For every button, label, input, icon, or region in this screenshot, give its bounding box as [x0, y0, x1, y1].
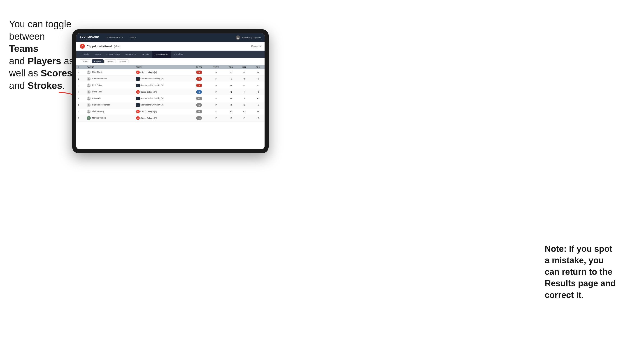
- cell-rank: 2: [76, 76, 85, 82]
- cell-player: Chris Robertson: [85, 76, 134, 82]
- cell-player: Blair McHarg: [85, 108, 134, 115]
- team-logo: ■: [136, 103, 140, 107]
- sub-tab-teams[interactable]: Teams: [80, 59, 91, 63]
- cell-thru: F: [208, 89, 224, 95]
- cell-team: C Clippd College [A]: [134, 69, 190, 76]
- team-logo: ■: [136, 84, 140, 87]
- tab-tee-groups[interactable]: Tee Groups: [122, 51, 139, 58]
- tab-leaderboards[interactable]: Leaderboards: [152, 51, 171, 58]
- nav-tournaments[interactable]: TOURNAMENTS: [104, 33, 126, 42]
- cell-total: -4: [190, 76, 208, 82]
- score-badge: +1: [196, 97, 202, 100]
- cell-rd1: +2: [224, 108, 238, 115]
- cell-team: C Clippd College [A]: [134, 115, 190, 122]
- header-user-text: Test User |: [242, 36, 252, 39]
- cell-rd1: +5: [224, 102, 238, 108]
- cell-total: E: [190, 89, 208, 95]
- cell-rd2: -2: [238, 82, 251, 89]
- cell-total: +6: [190, 102, 208, 108]
- cell-rank: 5: [76, 95, 85, 102]
- table-row: 1Elliot EbertC Clippd College [A]-8F+3-6…: [76, 69, 264, 76]
- cell-total: +11: [190, 115, 208, 122]
- tab-teams[interactable]: Teams: [92, 51, 104, 58]
- score-badge: -2: [196, 84, 202, 87]
- cell-rd2: -4: [238, 89, 251, 95]
- table-row: 2Chris Robertson■ Scoreboard University …: [76, 76, 264, 82]
- team-logo: C: [136, 116, 140, 120]
- cell-rd1: +3: [224, 69, 238, 76]
- right-annotation: Note: If you spot a mistake, you can ret…: [545, 243, 630, 301]
- cell-player: Elliot Ebert: [85, 69, 134, 76]
- cell-team: ■ Scoreboard University [A]: [134, 95, 190, 102]
- sub-tabs: Teams Players Scores Strokes: [76, 58, 264, 65]
- player-avatar: [87, 83, 91, 87]
- table-row: 6Cameron Robertson■ Scoreboard Universit…: [76, 102, 264, 108]
- user-avatar: [236, 35, 240, 40]
- tab-course-setup[interactable]: Course Setup: [104, 51, 122, 58]
- cell-team: C Clippd College [A]: [134, 89, 190, 95]
- score-badge: -4: [196, 77, 202, 81]
- cell-rd1: +1: [224, 95, 238, 102]
- player-avatar: [87, 70, 91, 74]
- sub-tab-players[interactable]: Players: [92, 59, 104, 63]
- cell-rd2: +5: [238, 76, 251, 82]
- col-rd1: RD1: [224, 65, 238, 69]
- tab-printables[interactable]: Printables: [171, 51, 186, 58]
- cell-rd2: +7: [238, 115, 251, 122]
- nav-teams[interactable]: TEAMS: [126, 33, 139, 42]
- table-row: 7Blair McHargC Clippd College [A]+8F+2+1…: [76, 108, 264, 115]
- score-badge: +8: [196, 110, 202, 113]
- cell-player: Marcus Turners: [85, 115, 134, 122]
- team-logo: C: [136, 110, 140, 113]
- sub-tab-scores[interactable]: Scores: [104, 59, 116, 63]
- tournament-header: C Clippd Invitational (Men) Cancel ✕: [76, 42, 264, 51]
- cell-thru: F: [208, 108, 224, 115]
- cell-team: C Clippd College [A]: [134, 108, 190, 115]
- cell-total: -8: [190, 69, 208, 76]
- scoreboard-logo: SCOREBOARD Powered by clippd: [80, 36, 99, 40]
- logo-sub: Powered by clippd: [80, 38, 99, 40]
- tournament-gender: (Men): [114, 45, 120, 48]
- cell-total: -2: [190, 82, 208, 89]
- team-logo: C: [136, 90, 140, 94]
- tab-details[interactable]: Details: [80, 51, 92, 58]
- sub-tab-strokes[interactable]: Strokes: [117, 59, 129, 63]
- logo-title: SCOREBOARD: [80, 36, 99, 38]
- col-thru: THRU: [208, 65, 224, 69]
- cell-rank: 8: [76, 115, 85, 122]
- cancel-icon: ✕: [259, 45, 261, 48]
- cell-rd2: +2: [238, 102, 251, 108]
- table-row: 3Rich Butler■ Scoreboard University [A]-…: [76, 82, 264, 89]
- score-badge: +6: [196, 103, 202, 107]
- cell-rank: 1: [76, 69, 85, 76]
- col-rd2: RD2: [238, 65, 251, 69]
- tournament-name: Clippd Invitational: [87, 45, 112, 48]
- sign-out-link[interactable]: Sign out: [254, 36, 261, 39]
- team-logo: ■: [136, 97, 140, 100]
- cell-total: +8: [190, 108, 208, 115]
- cell-thru: F: [208, 102, 224, 108]
- player-avatar: [87, 90, 91, 94]
- cancel-button[interactable]: Cancel ✕: [251, 45, 261, 48]
- table-header-row: # PLAYER TEAM TOTAL THRU RD1 RD2 RD3: [76, 65, 264, 69]
- table-row: 5Rees Britt■ Scoreboard University [A]+1…: [76, 95, 264, 102]
- cell-rd3: -1: [251, 102, 264, 108]
- table-row: 8Marcus TurnersC Clippd College [A]+11F+…: [76, 115, 264, 122]
- cell-rd3: -1: [251, 82, 264, 89]
- cell-rd3: -5: [251, 69, 264, 76]
- cell-thru: F: [208, 95, 224, 102]
- team-logo: ■: [136, 77, 140, 81]
- table-row: 4David FordC Clippd College [A]EF+1-4+3: [76, 89, 264, 95]
- cell-rd3: E: [251, 95, 264, 102]
- cancel-label: Cancel: [251, 45, 258, 48]
- cell-player: Rees Britt: [85, 95, 134, 102]
- player-avatar: [87, 77, 91, 81]
- tab-results[interactable]: Results: [139, 51, 152, 58]
- tablet-screen: SCOREBOARD Powered by clippd TOURNAMENTS…: [76, 33, 264, 149]
- cell-rd1: +1: [224, 82, 238, 89]
- col-rd3: RD3: [251, 65, 264, 69]
- cell-thru: F: [208, 82, 224, 89]
- left-annotation: You can toggle between Teams and Players…: [9, 18, 74, 92]
- player-avatar: [87, 103, 91, 107]
- cell-rd1: -5: [224, 76, 238, 82]
